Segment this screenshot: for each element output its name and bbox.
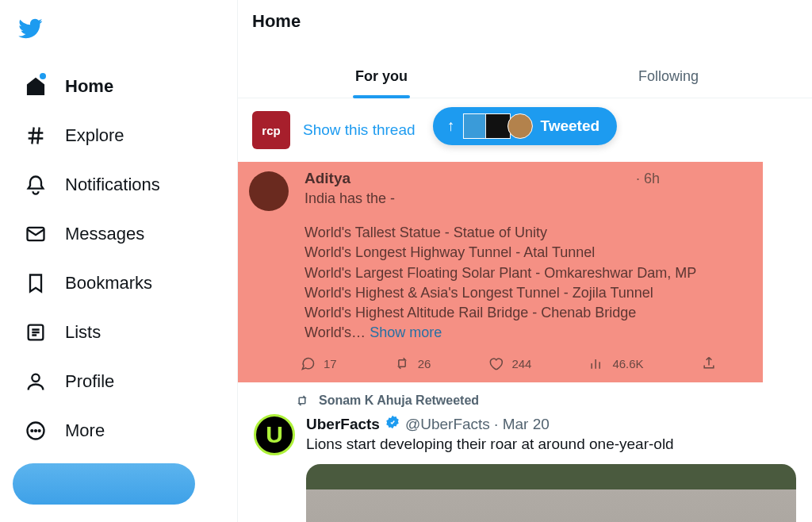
svg-point-5	[34, 429, 36, 432]
tweet-uberfacts[interactable]: U UberFacts @UberFacts · Mar 20 Lions st…	[238, 411, 812, 522]
pill-avatars	[462, 113, 532, 139]
nav-label: Profile	[65, 371, 114, 392]
verified-icon	[385, 414, 400, 434]
retweet-action[interactable]: 26	[394, 355, 431, 371]
tweet-time: · 6h	[636, 171, 660, 187]
tweet-handle: @UberFacts · Mar 20	[405, 416, 550, 433]
nav-more[interactable]: More	[13, 406, 224, 455]
share-icon	[701, 355, 717, 371]
avatar[interactable]: rcp	[252, 111, 290, 149]
tweet-text: India has the - World's Tallest Statue -…	[304, 189, 747, 343]
profile-icon	[24, 370, 48, 393]
tab-for-you[interactable]: For you	[238, 54, 525, 98]
app-root: Home Explore Notifications Messages Book…	[0, 0, 812, 522]
nav-home[interactable]: Home	[13, 62, 224, 111]
retweet-icon	[295, 393, 309, 408]
tweet-text: Lions start developing their roar at aro…	[306, 436, 796, 453]
nav-explore[interactable]: Explore	[13, 111, 224, 160]
nav-label: Lists	[65, 322, 101, 343]
tweet-author[interactable]: UberFacts	[306, 416, 380, 433]
tweet-actions: 17 26 244 46.6K	[300, 355, 747, 371]
home-icon	[24, 75, 48, 98]
tweet-media[interactable]	[306, 464, 796, 522]
like-action[interactable]: 244	[488, 355, 531, 371]
bird-icon	[16, 16, 44, 41]
show-more-link[interactable]: Show more	[370, 324, 442, 340]
tab-following[interactable]: Following	[525, 54, 812, 98]
views-icon	[588, 355, 604, 371]
tweet-highlighted[interactable]: Aditya · 6h India has the - World's Tall…	[238, 162, 763, 382]
pill-label: Tweeted	[540, 117, 599, 135]
bell-icon	[24, 173, 48, 197]
nav-label: Home	[65, 76, 113, 97]
nav-profile[interactable]: Profile	[13, 357, 224, 406]
views-action[interactable]: 46.6K	[588, 355, 643, 371]
nav-notifications[interactable]: Notifications	[13, 160, 224, 209]
nav-label: More	[65, 420, 105, 441]
retweet-label: Sonam K Ahuja Retweeted	[238, 382, 812, 411]
retweet-icon	[394, 355, 410, 371]
main-timeline: Home For you Following rcp Show this thr…	[238, 0, 812, 522]
nav-bookmarks[interactable]: Bookmarks	[13, 259, 224, 308]
twitter-logo[interactable]	[13, 8, 224, 62]
share-action[interactable]	[701, 355, 717, 371]
timeline-tabs: For you Following	[238, 54, 812, 98]
arrow-up-icon: ↑	[447, 117, 455, 135]
tweet-author[interactable]: Aditya	[304, 170, 350, 187]
nav-lists[interactable]: Lists	[13, 308, 224, 357]
svg-point-4	[31, 429, 33, 432]
show-thread-link[interactable]: Show this thread	[303, 121, 416, 139]
svg-point-2	[32, 374, 39, 382]
avatar[interactable]: U	[254, 414, 295, 455]
tweeted-pill[interactable]: ↑ Tweeted	[433, 107, 617, 145]
hash-icon	[24, 124, 48, 148]
bookmark-icon	[24, 271, 48, 295]
list-icon	[24, 320, 48, 344]
nav-label: Messages	[65, 224, 144, 244]
nav-label: Explore	[65, 125, 124, 146]
nav-label: Bookmarks	[65, 273, 152, 294]
page-title: Home	[238, 0, 812, 54]
envelope-icon	[24, 222, 48, 246]
reply-action[interactable]: 17	[300, 355, 337, 371]
tweet-button[interactable]	[13, 463, 195, 505]
sidebar: Home Explore Notifications Messages Book…	[0, 0, 238, 522]
avatar[interactable]	[249, 171, 289, 211]
reply-icon	[300, 355, 316, 371]
svg-point-6	[38, 429, 40, 432]
heart-icon	[488, 355, 504, 371]
more-icon	[24, 419, 48, 443]
nav-label: Notifications	[65, 175, 160, 195]
nav-messages[interactable]: Messages	[13, 209, 224, 259]
